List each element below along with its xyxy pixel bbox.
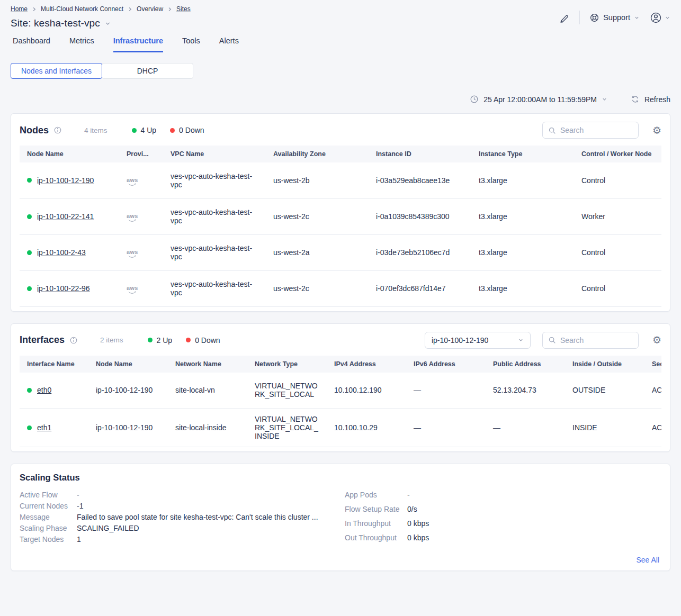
interfaces-search — [542, 332, 639, 349]
interface-link[interactable]: eth1 — [37, 423, 51, 432]
col-provider[interactable]: Provi... — [119, 146, 163, 162]
status-dot-icon — [27, 388, 32, 393]
top-right-actions: Support — [559, 11, 670, 24]
col-security[interactable]: Securi — [644, 356, 661, 373]
chevron-down-icon[interactable] — [104, 20, 111, 27]
nodes-down-label: 0 Down — [179, 126, 204, 134]
see-all-row: See All — [20, 556, 659, 564]
node-link[interactable]: ip-10-100-12-190 — [37, 176, 94, 185]
search-icon — [548, 126, 556, 134]
scaling-field: Active Flow- — [20, 491, 345, 499]
page: Home Multi-Cloud Network Connect Overvie… — [0, 0, 681, 593]
col-node-name[interactable]: Node Name — [20, 146, 119, 162]
field-value: 1 — [77, 536, 81, 543]
col-availability-zone[interactable]: Availability Zone — [266, 146, 369, 162]
node-filter-select[interactable]: ip-10-100-12-190 — [425, 332, 531, 349]
node-link[interactable]: ip-10-100-2-43 — [37, 248, 86, 257]
az-cell: us-west-2c — [266, 198, 369, 234]
refresh-label: Refresh — [644, 95, 670, 104]
col-public-address[interactable]: Public Address — [486, 356, 565, 373]
interfaces-header-row: Interface Name Node Name Network Name Ne… — [20, 356, 661, 373]
refresh-icon — [631, 95, 640, 104]
scaling-status-title: Scaling Status — [20, 473, 659, 483]
interfaces-down-status: 0 Down — [186, 336, 220, 345]
col-instance-type[interactable]: Instance Type — [471, 146, 574, 162]
field-value: 0 kbps — [407, 520, 429, 528]
interfaces-search-input[interactable] — [560, 336, 633, 345]
public-address-cell: 52.13.204.73 — [486, 373, 565, 409]
scaling-field: Current Nodes-1 — [20, 502, 345, 510]
network-name-cell: site-local-inside — [168, 409, 247, 447]
aws-provider-icon: aws — [127, 249, 138, 258]
field-label: In Throughput — [345, 520, 407, 528]
up-dot-icon — [132, 128, 137, 133]
breadcrumb-home[interactable]: Home — [11, 5, 28, 13]
interface-link[interactable]: eth0 — [37, 386, 51, 394]
table-row: eth1 ip-10-100-12-190 site-local-inside … — [20, 409, 661, 447]
field-label: Active Flow — [20, 491, 77, 499]
vpc-cell: ves-vpc-auto-kesha-test-vpc — [163, 270, 266, 306]
interfaces-table: Interface Name Node Name Network Name Ne… — [20, 356, 661, 448]
info-icon[interactable] — [53, 126, 62, 134]
subtab-nodes-and-interfaces[interactable]: Nodes and Interfaces — [11, 63, 102, 79]
col-node-name[interactable]: Node Name — [88, 356, 168, 373]
node-cell: ip-10-100-12-190 — [88, 409, 168, 447]
nodes-header-row: Node Name Provi... VPC Name Availability… — [20, 146, 661, 162]
date-range-picker[interactable]: 25 Apr 12:00:00AM to 11:59:59PM — [470, 95, 607, 104]
aws-provider-icon: aws — [127, 285, 138, 294]
instance-id-cell: i-03de73eb52106ec7d — [369, 234, 471, 270]
nodes-table: Node Name Provi... VPC Name Availability… — [20, 146, 661, 307]
tab-dashboard[interactable]: Dashboard — [13, 37, 50, 52]
chevron-right-icon — [167, 7, 172, 12]
tab-metrics[interactable]: Metrics — [69, 37, 94, 52]
col-instance-id[interactable]: Instance ID — [369, 146, 471, 162]
gear-icon[interactable]: ⚙ — [652, 125, 661, 135]
col-ipv6[interactable]: IPv6 Address — [406, 356, 486, 373]
node-link[interactable]: ip-10-100-22-96 — [37, 284, 90, 293]
ipv4-cell: 10.100.10.29 — [327, 409, 406, 447]
gear-icon[interactable]: ⚙ — [652, 335, 661, 345]
col-ipv4[interactable]: IPv4 Address — [327, 356, 406, 373]
info-icon[interactable] — [69, 336, 78, 345]
nodes-table-wrap: Node Name Provi... VPC Name Availability… — [20, 146, 661, 307]
field-value: - — [407, 491, 410, 499]
nodes-count: 4 items — [84, 126, 107, 134]
nodes-down-status: 0 Down — [170, 126, 204, 134]
lifebuoy-icon — [589, 13, 599, 23]
see-all-link[interactable]: See All — [636, 556, 659, 564]
col-inside-outside[interactable]: Inside / Outside — [565, 356, 644, 373]
refresh-button[interactable]: Refresh — [631, 95, 670, 104]
down-dot-icon — [170, 128, 175, 133]
node-link[interactable]: ip-10-100-22-141 — [37, 212, 94, 221]
instance-type-cell: t3.xlarge — [471, 198, 574, 234]
support-menu[interactable]: Support — [589, 13, 640, 23]
tab-tools[interactable]: Tools — [182, 37, 200, 52]
subtab-dhcp[interactable]: DHCP — [102, 63, 193, 79]
az-cell: us-west-2a — [266, 234, 369, 270]
inside-outside-cell: INSIDE — [565, 409, 644, 447]
field-value: -1 — [77, 502, 83, 510]
nodes-search-input[interactable] — [560, 126, 633, 134]
table-row: ip-10-100-22-141 aws ves-vpc-auto-kesha-… — [20, 198, 661, 234]
status-dot-icon — [27, 214, 32, 219]
tab-alerts[interactable]: Alerts — [219, 37, 239, 52]
field-value: 0 kbps — [407, 534, 429, 542]
aws-provider-icon: aws — [127, 177, 138, 186]
field-label: Message — [20, 513, 77, 521]
account-menu[interactable] — [649, 11, 670, 24]
col-network-name[interactable]: Network Name — [168, 356, 247, 373]
table-row: ip-10-100-12-190 aws ves-vpc-auto-kesha-… — [20, 162, 661, 198]
col-network-type[interactable]: Network Type — [247, 356, 327, 373]
breadcrumb-sites[interactable]: Sites — [176, 5, 191, 13]
field-value: 0/s — [407, 505, 417, 513]
col-control-worker[interactable]: Control / Worker Node — [574, 146, 661, 162]
interfaces-title: Interfaces — [20, 334, 65, 346]
az-cell: us-west-2b — [266, 162, 369, 198]
instance-id-cell: i-03a529eab8caee13e — [369, 162, 471, 198]
edit-pen-icon[interactable] — [559, 12, 570, 23]
field-value: SCALING_FAILED — [77, 524, 139, 532]
interfaces-count: 2 items — [100, 336, 123, 344]
tab-infrastructure[interactable]: Infrastructure — [113, 37, 163, 52]
col-interface-name[interactable]: Interface Name — [20, 356, 88, 373]
col-vpc-name[interactable]: VPC Name — [163, 146, 266, 162]
